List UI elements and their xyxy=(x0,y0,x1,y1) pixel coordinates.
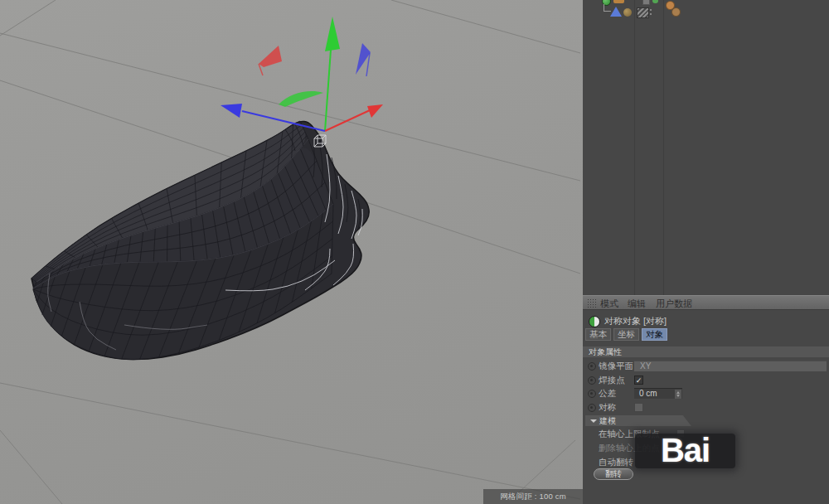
symmetric-checkbox[interactable] xyxy=(634,403,643,412)
mirror-plane-label: 镜像平面 xyxy=(599,361,633,371)
viewport[interactable]: 网格间距 : 100 cm xyxy=(0,0,584,504)
grid-spacing-text: 网格间距 : 100 cm xyxy=(500,492,566,502)
row-mirror-plane: 镜像平面 XY xyxy=(583,361,829,371)
c4d-window: 网格间距 : 100 cm 模式 xyxy=(0,0,829,504)
state-dot-icon xyxy=(650,13,652,15)
key-radio-icon[interactable] xyxy=(588,390,596,398)
y-axis-arrowhead-icon xyxy=(325,17,340,51)
z-axis-arrowhead-icon xyxy=(221,104,242,118)
z-axis-handle xyxy=(242,111,325,131)
right-panel: 模式 编辑 用户数据 对称对象 [对称] 基本 坐标 对象 对象属性 镜像平面 … xyxy=(583,0,829,504)
attribute-manager: 模式 编辑 用户数据 对称对象 [对称] 基本 坐标 对象 对象属性 镜像平面 … xyxy=(583,295,829,504)
tolerance-value: 0 cm xyxy=(639,389,657,398)
modeling-header-label: 建模 xyxy=(599,415,616,426)
viewport-canvas[interactable] xyxy=(0,0,583,504)
collapse-triangle-icon xyxy=(590,419,597,423)
visibility-dot-icon[interactable] xyxy=(642,0,650,5)
mirror-plane-dropdown[interactable]: XY xyxy=(634,361,827,371)
om-column-divider xyxy=(634,0,635,295)
weld-points-checkbox[interactable]: ✓ xyxy=(634,376,643,385)
material-ball-icon[interactable] xyxy=(623,8,632,17)
layer-color-dot[interactable] xyxy=(671,7,681,17)
symmetry-object-icon xyxy=(589,316,600,327)
spinner-icon[interactable] xyxy=(675,390,681,399)
enable-dot-icon[interactable] xyxy=(652,0,658,3)
menu-userdata[interactable]: 用户数据 xyxy=(656,298,692,310)
object-title: 对称对象 [对称] xyxy=(604,314,667,327)
cone-object-icon[interactable] xyxy=(610,7,622,17)
row-weld-points: 焊接点 ✓ xyxy=(583,375,829,385)
symmetric-label: 对称 xyxy=(599,402,616,413)
x-axis-arrowhead-icon xyxy=(367,104,383,118)
section-object-properties[interactable]: 对象属性 xyxy=(583,346,829,357)
mesh-object[interactable] xyxy=(32,121,369,360)
row-symmetric: 对称 xyxy=(583,402,829,413)
state-dot-icon xyxy=(650,9,652,11)
panel-grip-icon[interactable] xyxy=(587,298,597,308)
object-label-smudge xyxy=(613,0,624,3)
grid-spacing-status: 网格间距 : 100 cm xyxy=(483,489,583,504)
tab-object[interactable]: 对象 xyxy=(642,328,667,341)
tolerance-label: 公差 xyxy=(599,388,616,399)
om-column-divider xyxy=(663,0,664,295)
texture-tag-icon[interactable] xyxy=(637,7,649,18)
auto-flip-label: 自动翻转 xyxy=(599,457,633,468)
attribute-menubar: 模式 编辑 用户数据 xyxy=(583,295,829,310)
x-axis-handle xyxy=(325,110,370,131)
tab-basic[interactable]: 基本 xyxy=(585,328,611,341)
baidu-watermark: Bai xyxy=(635,434,735,468)
key-radio-icon[interactable] xyxy=(588,362,596,371)
row-tolerance: 公差 0 cm xyxy=(583,388,829,399)
section-modeling[interactable]: 建模 xyxy=(585,415,691,426)
tolerance-input[interactable]: 0 cm xyxy=(634,388,682,399)
key-radio-icon[interactable] xyxy=(588,376,596,385)
menu-edit[interactable]: 编辑 xyxy=(628,298,646,310)
weld-points-label: 焊接点 xyxy=(599,375,625,385)
move-gizmo[interactable] xyxy=(221,17,383,131)
xy-plane-handle xyxy=(259,46,282,67)
tab-coords[interactable]: 坐标 xyxy=(613,328,639,341)
object-manager[interactable] xyxy=(583,0,829,295)
menu-mode[interactable]: 模式 xyxy=(600,298,618,310)
flip-button[interactable]: 翻转 xyxy=(594,468,633,480)
key-radio-icon[interactable] xyxy=(588,404,596,412)
xz-plane-handle xyxy=(279,91,323,107)
